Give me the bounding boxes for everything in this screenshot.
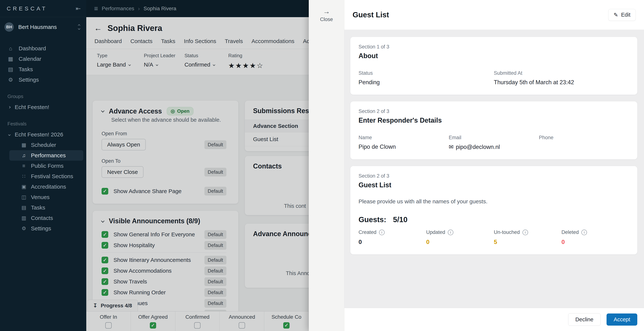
sidebar-item-festival-sections[interactable]: ∷ Festival Sections — [0, 171, 86, 182]
sidebar-item-label: Accreditations — [31, 184, 66, 190]
drawer-panel: Guest List ✎ Edit Section 1 of 3 About S… — [344, 0, 644, 331]
drawer-title: Guest List — [352, 10, 389, 19]
user-name: Bert Hausmans — [18, 24, 74, 30]
chevron-right-icon — [8, 106, 10, 108]
edit-button[interactable]: ✎ Edit — [608, 9, 636, 21]
gear-icon: ⚙ — [8, 76, 14, 83]
sidebar-item-accreditations[interactable]: ▣ Accreditations — [0, 182, 86, 192]
email-label: Email — [449, 135, 539, 140]
sidebar-item-label: Scheduler — [31, 142, 56, 148]
sidebar-group-echt-feesten[interactable]: Echt Feesten! — [0, 102, 86, 112]
status-field-label: Status — [358, 70, 494, 76]
drawer-body: Section 1 of 3 About Status Pending Subm… — [344, 30, 644, 308]
tasks-icon: ▤ — [21, 205, 27, 210]
email-address: pipo@declown.nl — [456, 144, 500, 150]
sidebar-header: CRESCAT ⇤ — [0, 0, 86, 17]
info-icon: i — [379, 230, 384, 235]
stat-created: Created i 0 — [358, 230, 426, 246]
sidebar-item-settings[interactable]: ⚙ Settings — [0, 74, 86, 85]
sidebar-item-label: Public Forms — [31, 163, 64, 169]
stat-value: 5 — [494, 238, 562, 246]
chevron-updown-icon — [78, 24, 82, 30]
edit-label: Edit — [621, 12, 630, 18]
contact-card-icon: ▥ — [21, 215, 27, 221]
guest-list-description: Please provide us with all the names of … — [358, 198, 629, 205]
name-label: Name — [358, 135, 449, 140]
sidebar-item-dashboard[interactable]: ⌂ Dashboard — [0, 43, 86, 54]
sidebar-item-festival-tasks[interactable]: ▤ Tasks — [0, 202, 86, 213]
stat-untouched: Un-touched i 5 — [494, 230, 562, 246]
info-icon: i — [448, 230, 453, 235]
sidebar-item-label: Dashboard — [19, 45, 46, 52]
user-menu[interactable]: BH Bert Hausmans — [0, 17, 86, 32]
submitted-at-label: Submitted At — [494, 70, 629, 76]
sidebar-item-performances[interactable]: ♫ Performances — [9, 150, 83, 161]
badge-icon: ▣ — [21, 184, 27, 190]
home-icon: ⌂ — [8, 46, 14, 52]
sidebar-item-label: Venues — [31, 194, 50, 200]
sidebar-item-contacts[interactable]: ▥ Contacts — [0, 213, 86, 223]
close-label: Close — [320, 16, 333, 22]
avatar: BH — [4, 22, 14, 32]
envelope-icon: ✉ — [449, 144, 454, 150]
group-label: Echt Feesten! — [15, 104, 49, 110]
section-about-card: Section 1 of 3 About Status Pending Subm… — [350, 37, 637, 95]
info-icon: i — [582, 230, 587, 235]
sidebar-item-label: Festival Sections — [31, 173, 73, 180]
section-title: Guest List — [358, 181, 629, 189]
stat-value: 0 — [426, 238, 494, 246]
accept-button[interactable]: Accept — [606, 314, 637, 326]
section-step: Section 1 of 3 — [358, 44, 629, 50]
stat-label: Updated — [426, 230, 445, 235]
sidebar-item-scheduler[interactable]: ▦ Scheduler — [0, 140, 86, 150]
festival-label: Echt Feesten! 2026 — [15, 132, 63, 138]
sidebar-item-label: Settings — [31, 225, 51, 232]
app-window: CRESCAT ⇤ BH Bert Hausmans ⌂ Dashboard ▦… — [0, 0, 644, 331]
section-guest-list-card: Section 2 of 3 Guest List Please provide… — [350, 166, 637, 254]
sidebar-item-public-forms[interactable]: ≡ Public Forms — [0, 161, 86, 171]
calendar-icon: ▦ — [8, 56, 14, 62]
sidebar-item-calendar[interactable]: ▦ Calendar — [0, 54, 86, 64]
tasks-icon: ▤ — [8, 66, 14, 72]
calendar-icon: ▦ — [21, 142, 27, 148]
guest-list-drawer: → Close Guest List ✎ Edit Section 1 of 3… — [309, 0, 644, 331]
stat-updated: Updated i 0 — [426, 230, 494, 246]
venue-icon: ◫ — [21, 194, 27, 200]
chevron-down-icon — [8, 134, 10, 136]
guests-count: 5/10 — [393, 216, 408, 224]
drawer-rail: → Close — [309, 0, 344, 331]
phone-label: Phone — [539, 135, 629, 140]
gear-icon: ⚙ — [21, 226, 27, 232]
arrow-right-icon: → — [323, 8, 330, 16]
section-title: About — [358, 52, 629, 60]
stat-label: Un-touched — [494, 230, 520, 235]
sidebar-collapse-icon[interactable]: ⇤ — [76, 5, 81, 12]
sidebar-item-label: Performances — [31, 152, 66, 158]
sidebar-item-festival-settings[interactable]: ⚙ Settings — [0, 223, 86, 234]
email-value: ✉ pipo@declown.nl — [449, 144, 539, 150]
submitted-at-value: Thursday 5th of March at 23:42 — [494, 79, 629, 86]
sidebar-item-venues[interactable]: ◫ Venues — [0, 192, 86, 202]
sidebar-item-label: Settings — [19, 76, 39, 83]
section-responder-card: Section 2 of 3 Enter Responder's Details… — [350, 102, 637, 159]
list-icon: ≡ — [21, 163, 27, 169]
sidebar-item-label: Calendar — [19, 56, 41, 62]
stat-label: Created — [358, 230, 376, 235]
info-icon: i — [522, 230, 528, 235]
section-step: Section 2 of 3 — [358, 108, 629, 114]
sidebar-item-label: Tasks — [19, 66, 33, 72]
music-note-icon: ♫ — [21, 153, 27, 158]
modal-scrim[interactable] — [86, 0, 309, 331]
name-value: Pipo de Clown — [358, 144, 449, 150]
sidebar-festival-echt-feesten-2026[interactable]: Echt Feesten! 2026 — [0, 129, 86, 140]
sidebar-item-label: Contacts — [31, 215, 53, 221]
drawer-footer: Decline Accept — [344, 308, 644, 331]
close-drawer-button[interactable]: → Close — [309, 0, 344, 22]
crescat-logo: CRESCAT — [7, 6, 47, 12]
drawer-header: Guest List ✎ Edit — [344, 0, 644, 30]
status-field-value: Pending — [358, 79, 494, 86]
guests-label: Guests: — [358, 216, 386, 224]
sidebar-item-tasks[interactable]: ▤ Tasks — [0, 64, 86, 74]
decline-button[interactable]: Decline — [568, 313, 601, 326]
sidebar-item-label: Tasks — [31, 204, 45, 211]
